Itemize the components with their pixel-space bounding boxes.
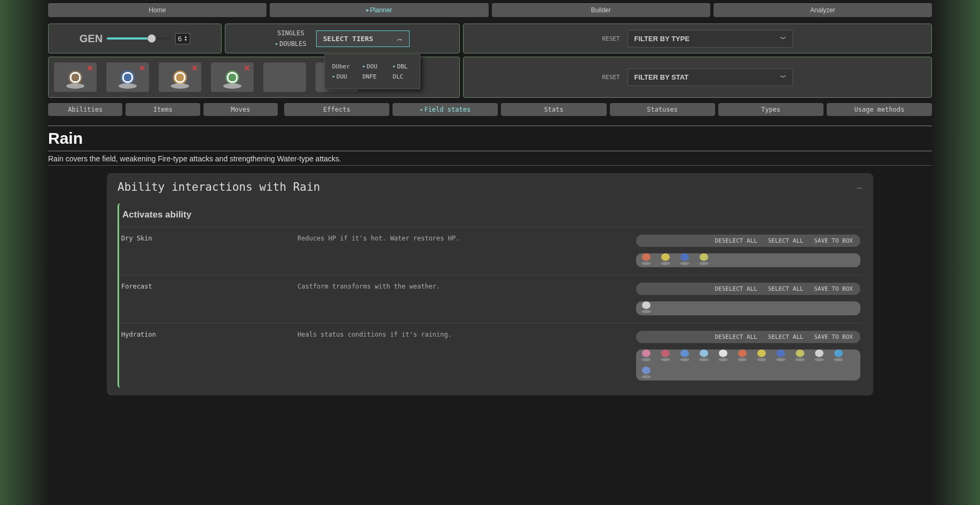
subnav-stats[interactable]: Stats: [501, 103, 606, 116]
select-all-button[interactable]: SELECT ALL: [768, 333, 803, 340]
pokemon-sprite[interactable]: [717, 352, 729, 361]
doubles-button[interactable]: DOUBLES: [275, 40, 307, 48]
subsection-title: Activates ability: [119, 203, 863, 227]
filter-stat-select[interactable]: FILTER BY STAT﹀: [628, 68, 793, 86]
gen-label: GEN: [80, 33, 103, 45]
collapse-icon[interactable]: ︿: [857, 183, 863, 191]
pokemon-sprite[interactable]: [640, 255, 652, 265]
button-bar: DESELECT ALL SELECT ALL SAVE TO BOX: [636, 283, 860, 295]
pokemon-sprite[interactable]: [736, 352, 748, 361]
filter-type-panel: RESET FILTER BY TYPE﹀: [463, 24, 932, 53]
gen-slider[interactable]: [107, 37, 171, 40]
remove-icon[interactable]: ✕: [244, 64, 250, 73]
subnav-fieldstates[interactable]: Field states: [393, 103, 498, 116]
filter-stat-panel: RESET FILTER BY STAT﹀: [463, 57, 932, 98]
subnav-usage[interactable]: Usage methods: [827, 103, 932, 116]
slider-thumb[interactable]: [147, 34, 156, 43]
save-to-box-button[interactable]: SAVE TO BOX: [814, 333, 853, 340]
ability-desc: Castform transforms with the weather.: [297, 283, 625, 315]
ability-name[interactable]: Forecast: [121, 283, 287, 315]
subnav-moves[interactable]: Moves: [203, 103, 278, 116]
pokemon-sprite[interactable]: [698, 255, 710, 265]
remove-icon[interactable]: ✕: [191, 64, 198, 73]
reset-type-button[interactable]: RESET: [602, 35, 620, 42]
team-slot-1[interactable]: ✕: [54, 63, 97, 92]
ability-desc: Heals status conditions if it's raining.: [297, 331, 625, 380]
pokemon-sprite[interactable]: [679, 255, 691, 265]
gen-number-input[interactable]: 6▲▼: [175, 33, 190, 44]
deselect-all-button[interactable]: DESELECT ALL: [715, 237, 757, 244]
pokemon-list: [636, 253, 860, 267]
pokemon-sprite[interactable]: [775, 352, 787, 361]
pokemon-sprite[interactable]: [756, 352, 767, 361]
ability-desc: Reduces HP if it's hot. Water restores H…: [297, 235, 625, 267]
deselect-all-button[interactable]: DESELECT ALL: [715, 333, 757, 340]
ability-name[interactable]: Hydration: [121, 331, 287, 380]
subnav-items[interactable]: Items: [126, 103, 200, 116]
filter-type-select[interactable]: FILTER BY TYPE﹀: [628, 30, 793, 48]
nav-home[interactable]: Home: [48, 3, 266, 17]
tier-dbl[interactable]: DBL: [393, 63, 412, 70]
select-all-button[interactable]: SELECT ALL: [768, 237, 803, 244]
subnav-abilities[interactable]: Abilities: [48, 103, 122, 116]
page-title-block: Rain: [48, 126, 932, 151]
ability-name[interactable]: Dry Skin: [121, 235, 287, 267]
chevron-down-icon: ﹀: [780, 35, 786, 43]
ability-row: Hydration Heals status conditions if it'…: [119, 323, 863, 388]
pokemon-sprite[interactable]: [833, 352, 844, 361]
subnav-types[interactable]: Types: [718, 103, 824, 116]
save-to-box-button[interactable]: SAVE TO BOX: [814, 285, 853, 292]
nav-planner[interactable]: Planner: [270, 3, 488, 17]
chevron-down-icon: ﹀: [780, 73, 786, 81]
pokemon-sprite[interactable]: [660, 255, 671, 265]
tier-dlc[interactable]: DLC: [393, 73, 412, 80]
pokemon-list: [636, 301, 860, 315]
tier-dropdown-menu: DUber DOU DBL DUU DNFE DLC: [324, 54, 420, 89]
pokemon-sprite[interactable]: [698, 352, 710, 361]
team-slot-2[interactable]: ✕: [106, 63, 149, 92]
pokemon-sprite[interactable]: [679, 352, 691, 361]
pokemon-sprite[interactable]: [640, 304, 652, 313]
singles-button[interactable]: SINGLES: [277, 29, 304, 37]
team-slot-3[interactable]: ✕: [159, 63, 201, 92]
tier-dou[interactable]: DOU: [363, 63, 382, 70]
nav-analyzer[interactable]: Analyzer: [714, 3, 932, 17]
tier-duber[interactable]: DUber: [332, 63, 352, 70]
section-title: Ability interactions with Rain: [117, 181, 320, 193]
section-ability-interactions: Ability interactions with Rain ︿ Activat…: [107, 173, 873, 395]
subnav-effects[interactable]: Effects: [284, 103, 389, 116]
gen-panel: GEN 6▲▼: [48, 24, 222, 53]
chevron-up-icon: ︿: [397, 35, 403, 43]
save-to-box-button[interactable]: SAVE TO BOX: [814, 237, 853, 244]
tier-dnfe[interactable]: DNFE: [363, 73, 382, 80]
team-slot-4[interactable]: ✕: [211, 63, 254, 92]
button-bar: DESELECT ALL SELECT ALL SAVE TO BOX: [636, 235, 860, 247]
pokemon-sprite[interactable]: [813, 352, 825, 361]
spinner-icon[interactable]: ▲▼: [184, 35, 187, 42]
select-all-button[interactable]: SELECT ALL: [768, 285, 803, 292]
pokemon-sprite[interactable]: [660, 352, 671, 361]
subsection-activates: Activates ability Dry Skin Reduces HP if…: [117, 203, 863, 388]
pokemon-sprite[interactable]: [640, 369, 652, 378]
pokemon-sprite[interactable]: [794, 352, 806, 361]
pokemon-sprite[interactable]: [640, 352, 652, 361]
ability-row: Dry Skin Reduces HP if it's hot. Water r…: [119, 227, 863, 275]
page-title: Rain: [48, 129, 932, 147]
format-panel: SINGLES DOUBLES SELECT TIERS︿ DUber DOU …: [225, 24, 460, 53]
button-bar: DESELECT ALL SELECT ALL SAVE TO BOX: [636, 331, 860, 343]
team-slot-5[interactable]: [263, 63, 306, 92]
pokemon-list: [636, 349, 860, 380]
remove-icon[interactable]: ✕: [139, 64, 146, 73]
deselect-all-button[interactable]: DESELECT ALL: [715, 285, 757, 292]
select-tiers-dropdown[interactable]: SELECT TIERS︿: [316, 30, 410, 47]
reset-stat-button[interactable]: RESET: [602, 74, 620, 81]
tier-duu[interactable]: DUU: [332, 73, 352, 80]
remove-icon[interactable]: ✕: [87, 64, 93, 73]
ability-row: Forecast Castform transforms with the we…: [119, 275, 863, 323]
subnav-statuses[interactable]: Statuses: [610, 103, 715, 116]
page-description: Rain covers the field, weakening Fire-ty…: [48, 154, 932, 166]
nav-builder[interactable]: Builder: [492, 3, 710, 17]
